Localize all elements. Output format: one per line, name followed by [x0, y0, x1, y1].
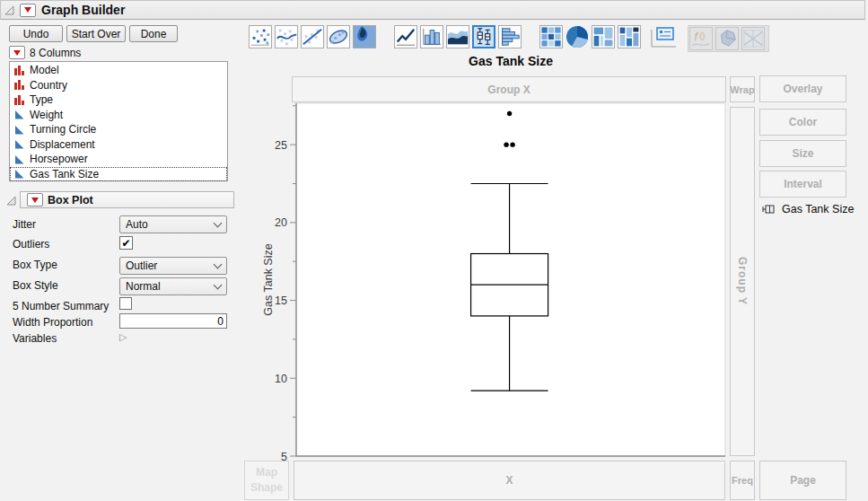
column-label: Model	[30, 64, 59, 76]
column-item-turning-circle[interactable]: Turning Circle	[10, 122, 227, 137]
panel-collapse-triangle-icon[interactable]	[5, 194, 18, 207]
drop-zone-size[interactable]: Size	[759, 140, 846, 167]
drop-zone-interval[interactable]: Interval	[759, 171, 846, 198]
area-icon[interactable]	[446, 25, 469, 48]
column-label: Horsepower	[30, 153, 88, 165]
ellipse-icon[interactable]	[327, 25, 350, 48]
drop-zone-color[interactable]: Color	[759, 109, 846, 136]
column-label: Country	[30, 79, 67, 92]
treemap-icon[interactable]	[592, 25, 615, 48]
columns-panel-header: 8 Columns	[9, 46, 81, 59]
drop-zone-group-x[interactable]: Group X	[292, 76, 726, 102]
drop-zone-wrap[interactable]: Wrap	[730, 76, 755, 102]
box-style-value: Normal	[126, 280, 161, 293]
boxplot-red-triangle-menu-icon[interactable]	[27, 193, 43, 207]
drop-zone-page[interactable]: Page	[759, 461, 846, 500]
graph-builder-window: Graph Builder Undo Start Over Done 8 Col…	[0, 0, 868, 501]
boxplot-panel-header: Box Plot	[3, 191, 234, 208]
column-label: Turning Circle	[30, 123, 96, 136]
drop-zone-overlay[interactable]: Overlay	[759, 75, 846, 102]
chevron-down-icon	[214, 219, 223, 228]
legend-item[interactable]: Gas Tank Size	[762, 203, 854, 215]
line-icon[interactable]	[394, 25, 417, 48]
box-type-label: Box Type	[13, 259, 57, 271]
window-title: Graph Builder	[41, 3, 125, 17]
box-type-dropdown[interactable]: Outlier	[119, 257, 227, 275]
variables-disclosure-icon[interactable]: ▷	[119, 331, 127, 343]
boxplot-panel-title: Box Plot	[48, 194, 93, 207]
contour-icon[interactable]	[353, 25, 376, 48]
element-type-toolbar: f()	[249, 25, 769, 52]
start-over-button[interactable]: Start Over	[66, 25, 126, 42]
chart-title: Gas Tank Size	[296, 54, 725, 68]
pie-icon[interactable]	[566, 25, 589, 48]
outliers-checkbox[interactable]: ✔	[119, 236, 133, 250]
legend-label: Gas Tank Size	[782, 203, 854, 215]
svg-text:10: 10	[275, 373, 287, 385]
chevron-down-icon	[214, 260, 223, 269]
jitter-value: Auto	[126, 218, 148, 231]
five-number-summary-label: 5 Number Summary	[13, 300, 109, 312]
window-header: Graph Builder	[0, 0, 865, 20]
svg-text:25: 25	[275, 139, 287, 152]
points-icon[interactable]	[249, 25, 272, 48]
svg-text:5: 5	[281, 451, 287, 463]
caption-box-icon[interactable]	[649, 25, 679, 48]
width-proportion-label: Width Proportion	[13, 316, 92, 329]
jitter-label: Jitter	[13, 218, 36, 231]
smoother-icon[interactable]	[275, 25, 298, 48]
box-style-dropdown[interactable]: Normal	[119, 277, 227, 295]
drop-zone-freq[interactable]: Freq	[730, 461, 755, 500]
box-type-value: Outlier	[126, 259, 157, 272]
boxplot-canvas[interactable]: 510152025Gas Tank Size	[259, 101, 736, 463]
columns-red-triangle-menu-icon[interactable]	[9, 46, 25, 59]
column-item-horsepower[interactable]: Horsepower	[10, 152, 227, 167]
column-label: Weight	[30, 109, 63, 121]
map-shapes-icon	[715, 27, 739, 50]
drop-zone-x[interactable]: X	[294, 461, 725, 500]
box-plot-icon[interactable]	[472, 25, 495, 48]
line-of-fit-icon[interactable]	[301, 25, 324, 48]
histogram-icon[interactable]	[498, 25, 522, 48]
width-proportion-input[interactable]	[119, 313, 227, 329]
column-label: Gas Tank Size	[30, 168, 99, 180]
five-number-summary-checkbox[interactable]	[119, 297, 132, 310]
done-button[interactable]: Done	[129, 25, 178, 42]
chevron-down-icon	[214, 281, 223, 290]
column-item-model[interactable]: Model	[10, 63, 227, 78]
mosaic-icon[interactable]	[618, 25, 641, 48]
disabled-icons-panel: f()	[688, 25, 769, 52]
svg-text:15: 15	[275, 294, 287, 307]
column-label: Displacement	[30, 138, 95, 151]
column-item-weight[interactable]: Weight	[10, 108, 227, 123]
formula-icon: f()	[689, 27, 713, 50]
svg-text:(): ()	[699, 31, 705, 40]
column-label: Type	[30, 93, 53, 106]
column-list: ModelCountryTypeWeightTurning CircleDisp…	[9, 61, 228, 181]
svg-text:20: 20	[275, 216, 287, 229]
column-item-gas-tank-size[interactable]: Gas Tank Size	[10, 167, 227, 182]
box-plot-marker-icon	[762, 203, 776, 215]
box-style-label: Box Style	[13, 279, 58, 292]
heatmap-icon[interactable]	[539, 25, 563, 48]
outliers-label: Outliers	[13, 238, 49, 250]
jitter-dropdown[interactable]: Auto	[119, 215, 227, 233]
parallel-icon	[741, 27, 765, 50]
column-item-type[interactable]: Type	[10, 92, 227, 108]
svg-text:f: f	[695, 30, 699, 43]
column-item-displacement[interactable]: Displacement	[10, 137, 227, 153]
group-y-label: Group Y	[736, 257, 749, 305]
red-triangle-menu-icon[interactable]	[20, 4, 36, 17]
column-item-country[interactable]: Country	[10, 78, 227, 93]
collapse-triangle-icon[interactable]	[4, 4, 16, 16]
undo-button[interactable]: Undo	[9, 25, 63, 42]
bar-icon[interactable]	[420, 25, 443, 48]
columns-count-label: 8 Columns	[30, 47, 81, 59]
svg-text:Gas Tank Size: Gas Tank Size	[262, 243, 275, 315]
drop-zone-map-shape[interactable]: Map Shape	[244, 461, 289, 500]
variables-label: Variables	[13, 332, 57, 345]
